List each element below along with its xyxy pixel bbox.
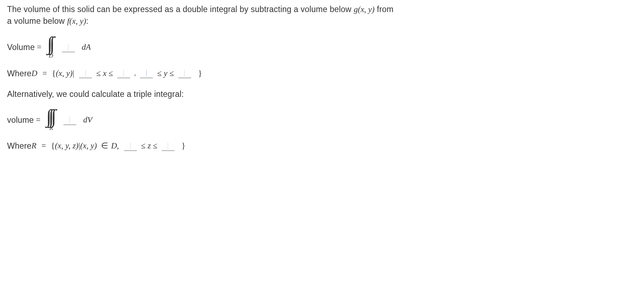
triple-integral-line: volume = ∫∫∫ R dV: [7, 109, 397, 131]
volume-label: Volume: [7, 42, 35, 53]
triple-xyz: (x, y, z): [55, 140, 78, 152]
leq-1: ≤: [94, 68, 103, 79]
such-that-bar: |: [73, 68, 74, 79]
equals-sign-2: =: [40, 68, 49, 79]
double-integral-block: ∫∫ D: [47, 36, 55, 58]
double-integral-icon: ∫∫: [47, 36, 55, 51]
equals-sign-3: =: [34, 114, 43, 126]
element-of: ∈: [100, 140, 110, 152]
volume-label-2: volume: [7, 114, 34, 126]
leq-2: ≤: [106, 68, 115, 79]
x-var: x: [103, 68, 106, 79]
comma-2: ,: [117, 140, 119, 152]
intro-text-1: The volume of this solid can be expresse…: [7, 5, 354, 14]
intro-text-3: :: [86, 16, 89, 26]
intro-f-of-xy: f(x, y): [67, 17, 86, 26]
comma-1: ,: [132, 69, 138, 78]
R-symbol: R: [32, 140, 37, 152]
triple-integral-block: ∫∫∫ R: [46, 109, 56, 131]
integrand-blank-2[interactable]: [63, 115, 76, 125]
where-label-1: Where: [7, 68, 32, 79]
z-lower-blank[interactable]: [124, 141, 137, 151]
intro-g-of-xy: g(x, y): [354, 5, 374, 14]
set-close-brace: }: [198, 68, 202, 79]
equals-sign-4: =: [39, 140, 48, 152]
x-lower-blank[interactable]: [79, 69, 92, 78]
D-symbol-2: D: [111, 140, 117, 152]
pair-xy: (x, y): [56, 68, 72, 79]
alternatively-text: Alternatively, we could calculate a trip…: [7, 88, 397, 100]
integrand-blank-1[interactable]: [62, 43, 75, 52]
x-upper-blank[interactable]: [117, 69, 130, 78]
domain-D-line: Where D = { (x, y) | ≤ x ≤ , ≤ y ≤ }: [7, 68, 397, 79]
D-symbol: D: [32, 68, 38, 79]
double-integral-line: Volume = ∫∫ D dA: [7, 36, 397, 58]
set-close-brace-2: }: [182, 140, 185, 152]
y-lower-blank[interactable]: [140, 69, 153, 78]
alt-text-span: Alternatively, we could calculate a trip…: [7, 88, 184, 100]
z-upper-blank[interactable]: [162, 141, 174, 151]
pair-xy-2: (x, y): [80, 140, 97, 152]
triple-integral-subscript: R: [49, 125, 53, 131]
double-integral-subscript: D: [49, 53, 53, 59]
where-label-2: Where: [7, 140, 32, 152]
equals-sign: =: [35, 42, 44, 53]
z-var: z: [148, 140, 151, 152]
leq-6: ≤: [151, 140, 160, 152]
y-var: y: [164, 68, 167, 79]
leq-3: ≤: [155, 68, 164, 79]
y-upper-blank[interactable]: [178, 69, 191, 78]
dA-label: dA: [82, 42, 91, 53]
leq-4: ≤: [167, 68, 176, 79]
leq-5: ≤: [139, 140, 148, 152]
intro-paragraph: The volume of this solid can be expresse…: [7, 4, 397, 27]
dV-label: dV: [83, 114, 93, 126]
set-open-brace-2: {: [51, 140, 55, 152]
region-R-line: Where R = { (x, y, z) | (x, y) ∈ D , ≤ z…: [7, 140, 397, 152]
triple-integral-icon: ∫∫∫: [46, 109, 56, 124]
set-open-brace: {: [52, 68, 56, 79]
